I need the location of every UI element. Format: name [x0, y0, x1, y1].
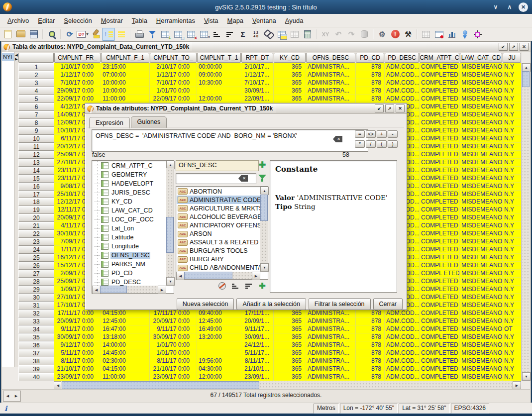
units-indicator[interactable]: Metros [314, 404, 339, 414]
value-item-anticipatory-offense[interactable]: ABCANTICIPATORY OFFENSE [177, 221, 260, 229]
column-header-rpt-dt[interactable]: RPT_DT [241, 53, 273, 63]
row-number[interactable]: 4 [18, 87, 54, 95]
scroll-down-icon[interactable]: ▼ [260, 263, 269, 272]
geoprocess-icon[interactable]: ⚙ [376, 28, 389, 41]
sort-values-ascending-icon[interactable] [230, 281, 240, 291]
operator-button-neq[interactable]: <> [366, 130, 376, 138]
remove-column-icon[interactable] [185, 28, 198, 41]
print-icon[interactable] [133, 28, 146, 41]
column-header-law-cat-cd[interactable]: LAW_CAT_CD [460, 53, 502, 63]
value-item-burglars-tools[interactable]: ABCBURGLAR'S TOOLS [177, 247, 260, 255]
menu-ayuda[interactable]: Ayuda [281, 15, 308, 26]
operator-button-plus[interactable]: + [377, 130, 387, 138]
column-header-cmplnt-to-[interactable]: CMPLNT_TO_ [150, 53, 197, 63]
menu-ventana[interactable]: Ventana [248, 15, 281, 26]
row-number[interactable]: 35 [18, 333, 54, 341]
value-item-burglary[interactable]: ABCBURGLARY [177, 255, 260, 264]
values-vertical-scrollbar[interactable]: ▲ ▼ [260, 187, 268, 272]
chart-icon[interactable] [445, 28, 458, 41]
filter-icon[interactable] [146, 28, 159, 41]
row-number[interactable]: 10 [18, 135, 54, 143]
scroll-down-icon[interactable]: ▼ [166, 277, 175, 286]
nueva-seleccion-button[interactable]: Nueva selección [177, 298, 234, 310]
dialog-titlebar[interactable]: Tabla de atributos: NYPD_Complaint_Data_… [85, 104, 407, 114]
value-item-assault-3-related[interactable]: ABCASSAULT 3 & RELATED ( [177, 238, 260, 247]
row-number[interactable]: 29 [18, 286, 54, 294]
add-field-to-expression-icon[interactable]: ✚ [257, 160, 267, 170]
row-number-header[interactable] [18, 53, 54, 63]
scroll-down-icon[interactable]: ▼ [522, 372, 531, 381]
undo-icon[interactable]: ↶ [332, 28, 345, 41]
maximize-window-icon[interactable]: ∧ [505, 2, 515, 12]
row-number[interactable]: 6 [18, 103, 54, 111]
field-item-parks-nm[interactable]: PARKS_NM [93, 260, 166, 269]
scroll-right-icon[interactable]: ▶ [158, 286, 166, 294]
link-tables-icon[interactable] [262, 28, 275, 41]
collapse-left-icon[interactable]: ◀ [15, 53, 17, 57]
numeric-fields-icon[interactable] [249, 28, 262, 41]
minimize-window-icon[interactable]: ∨ [491, 2, 501, 12]
field-item-ofns-desc[interactable]: OFNS_DESC [93, 251, 166, 260]
field-item-longitude[interactable]: Longitude [93, 242, 166, 251]
filter-values-icon[interactable] [258, 173, 267, 183]
scrollbar-thumb[interactable] [184, 272, 232, 279]
field-tree-horizontal-scrollbar[interactable]: ◀ ▶ [92, 286, 166, 293]
value-item-agriculture-mrkts[interactable]: ABCAGRICULTURE & MRKTS [177, 204, 260, 212]
field-item-lat-lon[interactable]: Lat_Lon [93, 224, 166, 233]
row-number[interactable]: 25 [18, 254, 54, 262]
field-item-law-cat-cd[interactable]: LAW_CAT_CD [93, 206, 166, 215]
value-item-abortion[interactable]: ABCABORTION [177, 187, 260, 196]
sort-ascending-icon[interactable] [211, 28, 223, 41]
field-item-geometry[interactable]: GEOMETRY [93, 170, 166, 179]
close-table-window-icon[interactable]: ✕ [520, 43, 529, 51]
filtrar-la-seleccion-button[interactable]: Filtrar la selección [309, 298, 371, 310]
maximize-table-window-icon[interactable]: ↗ [509, 43, 518, 51]
field-item-ky-cd[interactable]: KY_CD [93, 197, 166, 206]
row-number[interactable]: 23 [18, 238, 54, 246]
menu-archivo[interactable]: Archivo [3, 15, 33, 26]
export-table-icon[interactable] [288, 28, 301, 41]
statistics-icon[interactable]: Σ [236, 28, 249, 41]
operator-button-minus[interactable]: - [388, 130, 398, 138]
column-header-pd-desc[interactable]: PD_DESC [385, 53, 419, 63]
row-number[interactable]: 16 [18, 183, 54, 191]
field-item-pd-desc[interactable]: PD_DESC [93, 278, 166, 286]
row-number[interactable]: 30 [18, 294, 54, 302]
row-number[interactable]: 33 [18, 317, 54, 325]
row-number[interactable]: 32 [18, 310, 54, 317]
expand-right-icon[interactable]: ▶ [15, 57, 17, 61]
row-number[interactable]: 9 [18, 127, 54, 135]
row-number[interactable]: 12 [18, 151, 54, 159]
sort-descending-icon[interactable] [223, 28, 236, 41]
row-number[interactable]: 24 [18, 246, 54, 254]
close-dialog-icon[interactable]: ✕ [396, 104, 405, 112]
scrollbar-track[interactable] [522, 71, 530, 373]
operator-button-mult[interactable]: * [355, 140, 365, 148]
row-number[interactable]: 26 [18, 262, 54, 270]
row-number[interactable]: 31 [18, 302, 54, 310]
menu-tabla[interactable]: Tabla [127, 15, 152, 26]
database-icon[interactable] [358, 28, 371, 41]
error-log-icon[interactable] [389, 28, 402, 41]
row-number[interactable]: 34 [18, 325, 54, 333]
row-number[interactable]: 5 [18, 95, 54, 103]
row-number[interactable]: 19 [18, 206, 54, 214]
clear-selection-icon[interactable] [89, 28, 102, 41]
expression-input[interactable]: OFNS_DESC = 'ADMINISTRATIVE CODE' AND BO… [92, 129, 368, 152]
operator-button-lparen[interactable]: ( [377, 140, 387, 148]
row-number[interactable]: 38 [18, 357, 54, 365]
row-number[interactable]: 40 [18, 373, 54, 381]
new-document-icon[interactable] [1, 28, 14, 41]
selected-rows-icon[interactable] [115, 28, 128, 41]
row-number[interactable]: 2 [18, 71, 54, 79]
field-item-juris-desc[interactable]: JURIS_DESC [93, 188, 166, 197]
refresh-table-icon[interactable]: ⟳ [63, 28, 76, 41]
maximize-dialog-icon[interactable]: ↗ [385, 104, 394, 112]
center-view-icon[interactable] [471, 28, 484, 41]
value-item-alcoholic-beverage-c[interactable]: ABCALCOHOLIC BEVERAGE C [177, 212, 260, 221]
scrollbar-thumb[interactable] [100, 286, 127, 293]
minimize-dialog-icon[interactable]: ↙ [375, 104, 384, 112]
pane-splitter[interactable]: ◀▶ [14, 52, 18, 367]
toolbox-icon[interactable]: ⚒ [402, 28, 415, 41]
row-number[interactable]: 11 [18, 143, 54, 151]
